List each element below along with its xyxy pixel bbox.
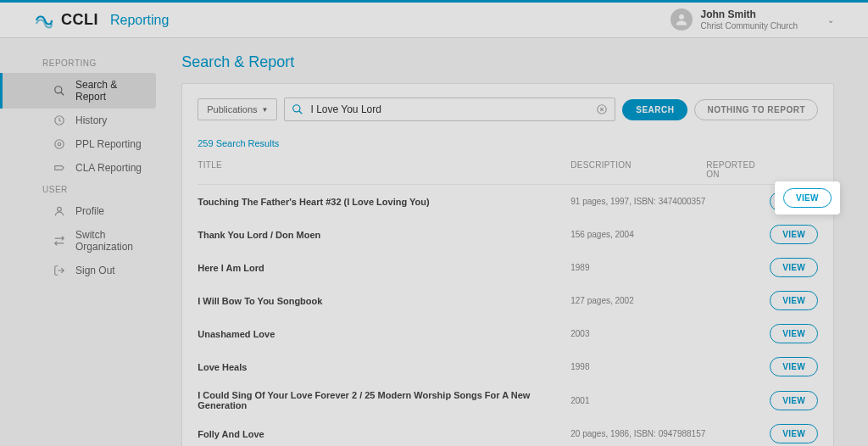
sidebar-item-history[interactable]: History bbox=[0, 109, 164, 132]
sidebar-item-label: History bbox=[75, 114, 107, 126]
view-button[interactable]: VIEW bbox=[770, 424, 818, 443]
highlighted-view: VIEW bbox=[775, 181, 840, 215]
view-button[interactable]: VIEW bbox=[770, 258, 818, 277]
ppl-icon bbox=[53, 138, 65, 150]
result-title: Thank You Lord / Don Moen bbox=[198, 230, 570, 240]
page-title: Search & Report bbox=[181, 53, 834, 71]
ccli-logo-icon bbox=[34, 10, 54, 31]
table-row: Love Heals 1998 VIEW bbox=[198, 350, 818, 383]
chevron-down-icon: ⌄ bbox=[827, 15, 834, 25]
sidebar-item-ppl-reporting[interactable]: PPL Reporting bbox=[0, 132, 164, 156]
sidebar-item-switch-organization[interactable]: Switch Organization bbox=[0, 223, 164, 259]
table-header: TITLE DESCRIPTION REPORTED ON bbox=[198, 155, 818, 185]
svg-point-0 bbox=[679, 14, 684, 20]
result-title: Touching The Father's Heart #32 (I Love … bbox=[198, 197, 570, 207]
search-panel: Publications ▼ SEARCH NOTHING TO REPORT … bbox=[181, 83, 834, 446]
view-button-highlighted[interactable]: VIEW bbox=[783, 188, 832, 208]
results-count: 259 Search Results bbox=[198, 138, 818, 148]
view-button[interactable]: VIEW bbox=[770, 291, 818, 310]
cla-icon bbox=[53, 162, 65, 174]
result-description: 2001 bbox=[570, 396, 706, 405]
table-row: Unashamed Love 2003 VIEW bbox=[198, 317, 818, 350]
view-button[interactable]: VIEW bbox=[770, 324, 818, 343]
signout-icon bbox=[53, 265, 65, 276]
result-description: 2003 bbox=[570, 329, 706, 338]
view-button[interactable]: VIEW bbox=[770, 357, 818, 376]
brand-sub: Reporting bbox=[110, 13, 169, 28]
nothing-to-report-button[interactable]: NOTHING TO REPORT bbox=[694, 99, 818, 120]
result-description: 20 pages, 1986, ISBN: 0947988157 bbox=[570, 429, 706, 438]
result-title: I Will Bow To You Songbook bbox=[198, 296, 570, 306]
search-icon bbox=[292, 103, 303, 115]
table-row: I Will Bow To You Songbook 127 pages, 20… bbox=[198, 284, 818, 317]
switch-icon bbox=[53, 235, 65, 247]
table-row: Touching The Father's Heart #32 (I Love … bbox=[198, 185, 818, 218]
result-description: 127 pages, 2002 bbox=[570, 296, 706, 305]
svg-line-2 bbox=[61, 92, 64, 96]
view-button[interactable]: VIEW bbox=[770, 391, 818, 410]
brand-name: CCLI bbox=[61, 11, 98, 29]
svg-point-7 bbox=[293, 105, 300, 112]
sidebar-item-label: Sign Out bbox=[75, 265, 115, 276]
sidebar-item-label: PPL Reporting bbox=[75, 138, 142, 150]
search-input[interactable] bbox=[303, 99, 596, 120]
avatar bbox=[670, 8, 693, 31]
sidebar-item-label: Search & Report bbox=[75, 79, 147, 103]
table-row: Thank You Lord / Don Moen 156 pages, 200… bbox=[198, 218, 818, 251]
sidebar-item-sign-out[interactable]: Sign Out bbox=[0, 259, 164, 282]
sidebar-item-label: Switch Organization bbox=[75, 229, 156, 253]
filter-dropdown[interactable]: Publications ▼ bbox=[198, 98, 277, 120]
search-icon bbox=[53, 85, 65, 97]
svg-line-8 bbox=[299, 111, 303, 114]
svg-point-4 bbox=[55, 140, 64, 149]
result-description: 91 pages, 1997, ISBN: 3474000357 bbox=[570, 197, 706, 206]
col-header-title: TITLE bbox=[198, 160, 570, 179]
sidebar-item-search-report[interactable]: Search & Report bbox=[0, 73, 156, 109]
result-description: 1989 bbox=[570, 263, 706, 272]
result-title: Folly And Love bbox=[198, 429, 570, 439]
svg-point-1 bbox=[55, 86, 62, 93]
result-description: 156 pages, 2004 bbox=[570, 230, 706, 239]
sidebar: REPORTING Search & ReportHistoryPPL Repo… bbox=[0, 38, 164, 446]
result-title: Here I Am Lord bbox=[198, 263, 570, 273]
user-menu[interactable]: John Smith Christ Community Church ⌄ bbox=[670, 8, 834, 31]
caret-down-icon: ▼ bbox=[262, 106, 269, 114]
table-row: Folly And Love 20 pages, 1986, ISBN: 094… bbox=[198, 417, 818, 446]
svg-point-5 bbox=[58, 142, 61, 146]
view-button[interactable]: VIEW bbox=[770, 225, 818, 244]
sidebar-section-user: USER bbox=[0, 180, 164, 199]
sidebar-item-label: Profile bbox=[75, 205, 104, 217]
col-header-description: DESCRIPTION bbox=[570, 160, 706, 179]
search-button[interactable]: SEARCH bbox=[622, 99, 687, 120]
filter-label: Publications bbox=[207, 104, 257, 114]
result-title: I Could Sing Of Your Love Forever 2 / 25… bbox=[198, 390, 570, 410]
history-icon bbox=[53, 114, 65, 126]
header: CCLI Reporting John Smith Christ Communi… bbox=[0, 3, 868, 38]
clear-icon[interactable] bbox=[596, 103, 608, 115]
sidebar-item-label: CLA Reporting bbox=[75, 162, 142, 174]
col-header-reported: REPORTED ON bbox=[706, 160, 770, 179]
result-title: Unashamed Love bbox=[198, 329, 570, 339]
sidebar-section-reporting: REPORTING bbox=[0, 53, 164, 73]
sidebar-item-cla-reporting[interactable]: CLA Reporting bbox=[0, 156, 164, 180]
svg-point-6 bbox=[58, 207, 62, 211]
user-name: John Smith bbox=[701, 8, 798, 20]
table-row: Here I Am Lord 1989 VIEW bbox=[198, 251, 818, 284]
profile-icon bbox=[53, 205, 65, 217]
sidebar-item-profile[interactable]: Profile bbox=[0, 199, 164, 223]
result-description: 1998 bbox=[570, 362, 706, 371]
table-row: I Could Sing Of Your Love Forever 2 / 25… bbox=[198, 383, 818, 417]
result-title: Love Heals bbox=[198, 362, 570, 372]
user-org: Christ Community Church bbox=[701, 21, 798, 31]
logo[interactable]: CCLI Reporting bbox=[34, 10, 169, 31]
